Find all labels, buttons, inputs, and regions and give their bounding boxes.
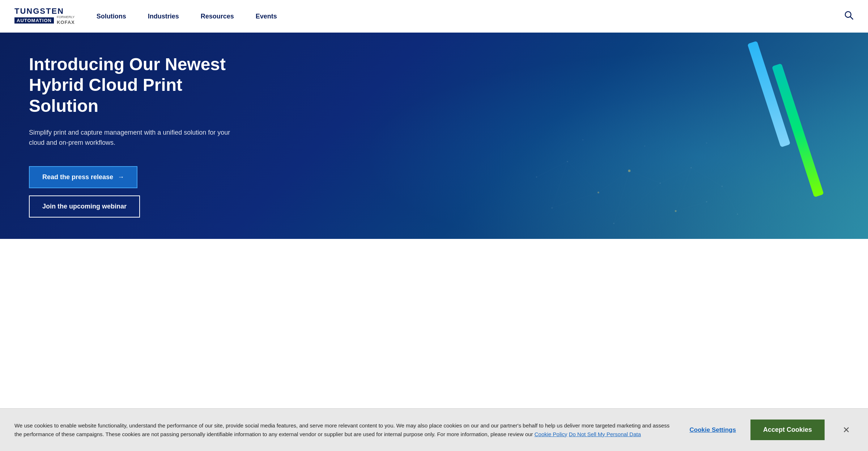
svg-line-22 [691, 168, 722, 186]
hero-section: Introducing Our Newest Hybrid Cloud Prin… [0, 33, 868, 239]
svg-point-16 [706, 143, 707, 144]
svg-line-26 [552, 161, 567, 208]
logo[interactable]: TUNGSTEN AUTOMATION FORMERLY KOFAX [14, 7, 75, 25]
btn-secondary-label: Join the upcoming webinar [42, 203, 127, 210]
search-icon [844, 10, 854, 20]
svg-line-19 [599, 171, 630, 193]
svg-line-27 [614, 171, 629, 223]
read-press-release-button[interactable]: Read the press release [29, 166, 137, 188]
svg-line-23 [552, 193, 598, 208]
svg-line-24 [614, 183, 660, 223]
nav-industries[interactable]: Industries [148, 13, 179, 20]
logo-tungsten: TUNGSTEN [14, 7, 75, 15]
main-nav: Solutions Industries Resources Events [97, 10, 854, 22]
hero-title: Introducing Our Newest Hybrid Cloud Prin… [29, 54, 242, 117]
search-button[interactable] [844, 10, 854, 22]
nav-solutions[interactable]: Solutions [97, 13, 126, 20]
arrow-icon [118, 173, 124, 181]
svg-point-30 [628, 169, 631, 172]
hero-buttons: Read the press release Join the upcoming… [29, 166, 242, 218]
nav-events[interactable]: Events [256, 13, 277, 20]
hero-decorative-slashes [723, 33, 832, 239]
hero-subtitle: Simplify print and capture management wi… [29, 127, 231, 148]
join-webinar-button[interactable]: Join the upcoming webinar [29, 195, 140, 218]
logo-formerly: FORMERLY [57, 15, 75, 20]
svg-point-15 [644, 146, 645, 147]
svg-point-31 [675, 210, 677, 212]
svg-point-32 [597, 191, 599, 193]
hero-content: Introducing Our Newest Hybrid Cloud Prin… [0, 33, 271, 239]
svg-line-18 [567, 161, 599, 193]
svg-line-1 [850, 17, 853, 19]
logo-automation: AUTOMATION [14, 17, 54, 24]
logo-kofax: KOFAX [57, 20, 75, 25]
site-header: TUNGSTEN AUTOMATION FORMERLY KOFAX Solut… [0, 0, 868, 33]
btn-primary-label: Read the press release [42, 173, 113, 181]
svg-line-20 [629, 171, 660, 183]
nav-resources[interactable]: Resources [201, 13, 234, 20]
svg-line-17 [537, 161, 568, 177]
svg-line-25 [676, 202, 707, 211]
svg-point-14 [582, 139, 583, 140]
